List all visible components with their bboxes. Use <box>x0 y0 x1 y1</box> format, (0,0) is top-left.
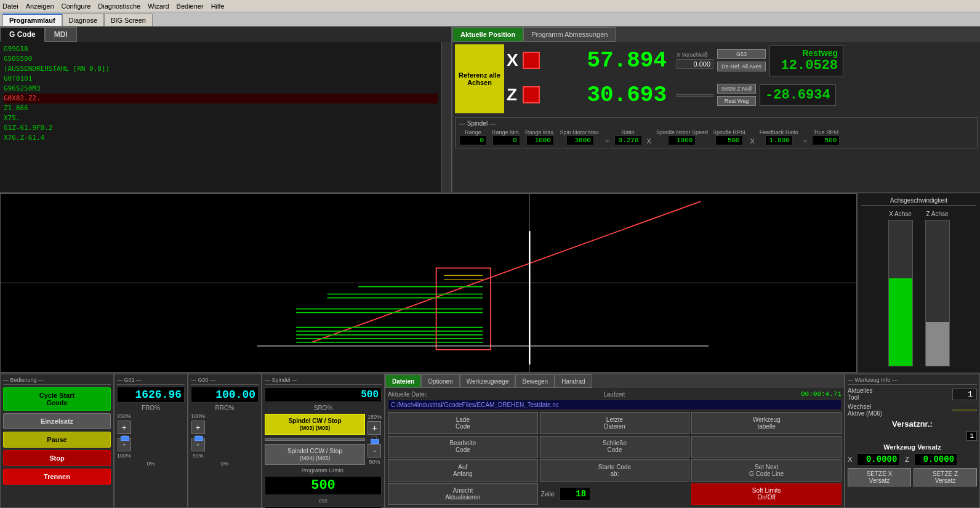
tab-bigscreen[interactable]: BIG Screen <box>104 14 153 26</box>
letzte-dateien-button[interactable]: LetzteDateien <box>540 412 690 434</box>
zeile-value: 18 <box>560 487 590 501</box>
spindel-title: — Spindel — <box>459 120 973 127</box>
set-next-gcode-button[interactable]: Set NextG Code Line <box>691 459 841 482</box>
z-axis-row: Z 30.693 Setze Z Null Rest Weg -28.693 <box>507 79 978 111</box>
werkzeug-tabelle-button[interactable]: Werkzeugtabelle <box>691 412 841 434</box>
g00-slider[interactable] <box>196 435 201 437</box>
bottom-section: — Bedienung — Cycle StartGcode Einzelsat… <box>0 373 980 508</box>
spindel-sro-label: SRO% <box>265 405 382 411</box>
g01-label: FRO% <box>117 405 185 411</box>
g01-slider[interactable] <box>122 435 127 437</box>
menu-wizard[interactable]: Wizard <box>148 2 169 10</box>
stop-button[interactable]: Stop <box>3 450 111 466</box>
g00-plus-button[interactable]: + <box>191 421 205 434</box>
spindel-plus-button[interactable]: + <box>367 421 381 435</box>
setze-z-null-button[interactable]: Setze Z Null <box>717 84 756 94</box>
schliesse-code-button[interactable]: SchließeCode <box>540 436 690 458</box>
spindel-rpm-value: 500 <box>715 135 743 145</box>
spindel-slider[interactable] <box>372 436 377 443</box>
menu-bediener[interactable]: Bediener <box>177 2 204 10</box>
menu-hilfe[interactable]: Hilfe <box>211 2 225 10</box>
restweg-z-panel: -28.6934 <box>760 84 836 106</box>
versatz-z-label: Z <box>905 456 909 463</box>
aktuelles-tool-row: AktuellesTool 1 <box>848 387 977 401</box>
menu-datei[interactable]: Datei <box>2 2 18 10</box>
starte-code-button[interactable]: Starte Codeab: <box>540 459 690 482</box>
position-tabs: Aktuelle Position Programm Abmessungen <box>452 27 980 42</box>
reference-box[interactable]: Referenz alle Achsen <box>455 44 504 113</box>
x-speed-bar-inner <box>889 278 912 366</box>
spindel-ctrl-title: — Spindel — <box>265 377 382 385</box>
x-speed-bar: X Achse <box>888 211 913 366</box>
pause-button[interactable]: Pause <box>3 432 111 448</box>
rest-weg-button[interactable]: Rest Weg <box>717 96 756 106</box>
tab-aktuelle-position[interactable]: Aktuelle Position <box>452 27 523 42</box>
g00-controls: 100% + - 50% <box>191 413 259 459</box>
versatz-x-label: X <box>848 456 852 463</box>
g00-panel: — G00 — 100.00 RRO% 100% + - 50% 0% <box>188 374 262 508</box>
zeile-label: Zeile: <box>541 491 556 498</box>
spindel-motor-max: Spin Motor Max. 3600 <box>560 129 601 145</box>
menu-diagnostische[interactable]: Diagnostische <box>98 2 140 10</box>
top-section: G Code MDI G99G18 G50S500 (AUSSENDREHSTA… <box>0 27 980 193</box>
spindel-cw-stop-button[interactable]: Spindel CW / Stop(M03) (M05) <box>265 414 365 435</box>
z-speed-bar-inner <box>926 322 949 366</box>
gcode-content: G99G18 G50S500 (AUSSENDREHSTAHL [RN 0,8]… <box>0 42 451 192</box>
tab-diagnose[interactable]: Diagnose <box>62 14 104 26</box>
ansicht-button[interactable]: AnsichtAktualisieren <box>388 483 538 506</box>
x-speed-bar-outer <box>888 220 913 366</box>
lade-code-button[interactable]: LadeCode <box>388 412 538 434</box>
setze-x-versatz-button[interactable]: SETZE XVersatz <box>848 468 911 486</box>
axis-rows: X 57.894 X Verschleiß 0.000 G53 De-Ref. … <box>507 44 978 113</box>
einzelsatz-button[interactable]: Einzelsatz <box>3 413 111 429</box>
tab-programm-abmessungen[interactable]: Programm Abmessungen <box>523 27 616 42</box>
files-buttons-grid: LadeCode LetzteDateien Werkzeugtabelle B… <box>388 412 841 505</box>
tab-werkzeugwege[interactable]: Werkzeugwege <box>460 374 516 388</box>
spindel-ctrl-panel: — Spindel — 500 SRO% Spindel CW / Stop(M… <box>262 374 385 508</box>
trennen-button[interactable]: Trennen <box>3 469 111 485</box>
z-speed-bar: Z Achse <box>925 211 950 366</box>
aktuelles-tool-label: AktuellesTool <box>848 387 873 401</box>
tab-handrad[interactable]: Handrad <box>555 374 592 388</box>
gcode-panel: G Code MDI G99G18 G50S500 (AUSSENDREHSTA… <box>0 27 452 192</box>
de-ref-button[interactable]: De-Ref. All Axes <box>717 62 766 71</box>
setze-z-versatz-button[interactable]: SETZE ZVersatz <box>914 468 977 486</box>
spindel-ccw-stop-button[interactable]: Spindel CCW / Stop(M04) (M05) <box>265 444 365 465</box>
setze-buttons-row: SETZE XVersatz SETZE ZVersatz <box>848 468 977 486</box>
tab-bewegen[interactable]: Bewegen <box>515 374 555 388</box>
empty-btn-1 <box>691 436 841 458</box>
soft-limits-button[interactable]: Soft LimitsOn/Off <box>691 483 841 506</box>
spindel-true-rpm: True RPM 500 <box>812 129 840 145</box>
zeile-row: Zeile: 18 <box>540 483 690 506</box>
restweg-title: Restweg <box>775 48 838 58</box>
g01-plus-button[interactable]: + <box>118 421 131 434</box>
spindel-cw-ccw: Spindel CW / Stop(M03) (M05) Spindel CCW… <box>265 414 382 465</box>
menu-configure[interactable]: Configure <box>62 2 91 10</box>
tab-dateien[interactable]: Dateien <box>385 374 421 388</box>
middle-section: Werkzeugweg <box>0 193 980 373</box>
spindel-feedback-value: 1.000 <box>765 135 793 145</box>
tab-gcode[interactable]: G Code <box>0 27 45 42</box>
auf-anfang-button[interactable]: AufAnfang <box>388 459 538 482</box>
x-axis-buttons: G53 De-Ref. All Axes <box>717 49 766 71</box>
x-verschleiss-label: X Verschleiß <box>677 52 713 58</box>
bearbeite-code-button[interactable]: BearbeiteCode <box>388 436 538 458</box>
gcode-scrollbar[interactable] <box>441 42 451 192</box>
werkzeug-panel: — Werkzeug Info — AktuellesTool 1 Wechse… <box>845 374 980 508</box>
axis-section: Referenz alle Achsen X 57.894 X Verschle… <box>452 42 980 116</box>
gcode-text[interactable]: G99G18 G50S500 (AUSSENDREHSTAHL [RN 0,8]… <box>0 42 441 192</box>
tab-optionen[interactable]: Optionen <box>421 374 460 388</box>
spindel-true-rpm-value: 500 <box>812 135 840 145</box>
menu-anzeigen[interactable]: Anzeigen <box>26 2 54 10</box>
css-label: css <box>265 498 382 504</box>
g01-panel: — G01 — 1626.96 FRO% 250% + - 100% 0% <box>114 374 188 508</box>
spindel-range: Range 0 <box>459 129 487 145</box>
g53-button[interactable]: G53 <box>717 49 766 59</box>
cycle-start-button[interactable]: Cycle StartGcode <box>3 387 111 411</box>
toolpath-svg <box>1 194 856 372</box>
tab-mdi[interactable]: MDI <box>45 27 77 42</box>
spindel-minus-button[interactable]: - <box>367 444 381 458</box>
tab-programmlauf[interactable]: Programmlauf <box>2 14 62 26</box>
gcode-line-5: G96S250M3 <box>4 84 438 94</box>
speed-bars: X Achse Z Achse <box>861 208 976 369</box>
